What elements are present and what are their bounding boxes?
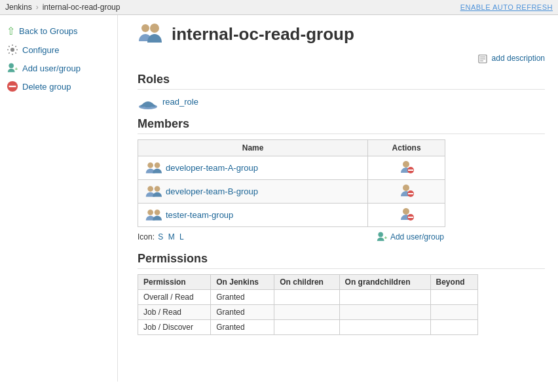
members-col-actions: Actions xyxy=(368,139,445,156)
icon-size-selector: Icon: S M L xyxy=(138,232,185,241)
permission-row: Job / DiscoverGranted xyxy=(138,319,478,334)
svg-point-15 xyxy=(403,161,409,168)
member-name-cell: tester-team-group xyxy=(138,203,368,226)
sidebar-item-delete-group[interactable]: Delete group xyxy=(0,77,117,96)
add-user-group-link[interactable]: Add user/group xyxy=(22,63,81,73)
add-user-bottom-icon: + xyxy=(376,231,388,243)
svg-point-13 xyxy=(147,162,153,168)
members-col-name: Name xyxy=(138,139,368,156)
table-row: developer-team-A-group xyxy=(138,156,445,179)
permissions-section: Permissions Permission On Jenkins On chi… xyxy=(138,252,545,335)
permission-row: Job / ReadGranted xyxy=(138,304,478,319)
arrow-up-icon: ⇧ xyxy=(7,25,15,37)
svg-point-14 xyxy=(155,162,160,168)
icon-size-row: Icon: S M L + Add user/group xyxy=(138,231,445,243)
svg-point-1 xyxy=(9,63,14,68)
remove-member-icon[interactable] xyxy=(400,160,414,174)
svg-point-28 xyxy=(379,232,383,236)
roles-row: read_role xyxy=(138,95,545,109)
member-group-icon xyxy=(145,207,162,222)
svg-point-6 xyxy=(150,24,159,33)
perm-cell-beyond xyxy=(430,304,477,319)
role-hat-icon xyxy=(138,95,158,109)
roles-section: Roles read_role xyxy=(138,73,545,109)
breadcrumb-root[interactable]: Jenkins xyxy=(5,3,32,12)
perm-col-permission: Permission xyxy=(138,274,211,289)
member-actions-cell xyxy=(368,203,445,226)
perm-cell-on_grandchildren xyxy=(339,289,430,304)
breadcrumb-separator: › xyxy=(36,3,39,12)
perm-cell-permission: Job / Discover xyxy=(138,319,211,334)
icon-size-l[interactable]: L xyxy=(179,232,184,241)
delete-group-link[interactable]: Delete group xyxy=(22,82,71,92)
svg-text:+: + xyxy=(15,66,18,72)
perm-cell-on_jenkins: Granted xyxy=(211,319,274,334)
roles-header: Roles xyxy=(138,73,545,90)
perm-cell-on_children xyxy=(274,304,339,319)
page-title: internal-oc-read-group xyxy=(172,24,354,45)
icon-size-m[interactable]: M xyxy=(168,232,175,241)
table-row: developer-team-B-group xyxy=(138,179,445,203)
members-table: Name Actions developer-team-A-group deve… xyxy=(138,139,445,227)
description-icon xyxy=(478,54,487,63)
main-content: internal-oc-read-group add description R… xyxy=(118,15,558,382)
top-bar: Jenkins › internal-oc-read-group ENABLE … xyxy=(0,0,558,15)
member-name-cell: developer-team-B-group xyxy=(138,179,368,203)
member-group-icon xyxy=(145,160,162,175)
perm-col-on-grandchildren: On grandchildren xyxy=(339,274,430,289)
add-user-icon: + xyxy=(7,62,18,74)
permission-row: Overall / ReadGranted xyxy=(138,289,478,304)
permissions-table: Permission On Jenkins On children On gra… xyxy=(138,274,478,335)
icon-size-s[interactable]: S xyxy=(158,232,163,241)
perm-col-on-children: On children xyxy=(274,274,339,289)
perm-col-on-jenkins: On Jenkins xyxy=(211,274,274,289)
add-user-bottom-label: Add user/group xyxy=(390,232,444,241)
add-description-link[interactable]: add description xyxy=(492,54,545,63)
member-name-cell: developer-team-A-group xyxy=(138,156,368,179)
sidebar-item-configure[interactable]: Configure xyxy=(0,41,117,59)
perm-cell-beyond xyxy=(430,289,477,304)
perm-cell-on_grandchildren xyxy=(339,319,430,334)
remove-member-icon[interactable] xyxy=(400,183,414,198)
group-icon-large xyxy=(138,22,165,46)
enable-auto-refresh-link[interactable]: ENABLE AUTO REFRESH xyxy=(460,3,553,11)
svg-point-0 xyxy=(10,48,14,52)
add-user-group-bottom-link[interactable]: + Add user/group xyxy=(376,231,444,243)
member-actions-cell xyxy=(368,156,445,179)
sidebar: ⇧ Back to Groups Configure + Add user/gr… xyxy=(0,15,118,382)
members-header: Members xyxy=(138,117,545,134)
svg-point-20 xyxy=(403,185,409,191)
member-link[interactable]: developer-team-A-group xyxy=(166,163,258,173)
member-link[interactable]: developer-team-B-group xyxy=(166,187,258,196)
gear-icon xyxy=(7,44,18,56)
read-role-link[interactable]: read_role xyxy=(162,97,198,107)
svg-point-18 xyxy=(147,186,153,192)
perm-cell-permission: Job / Read xyxy=(138,304,211,319)
perm-cell-on_children xyxy=(274,289,339,304)
breadcrumb: Jenkins › internal-oc-read-group xyxy=(5,3,120,12)
perm-cell-beyond xyxy=(430,319,477,334)
perm-col-beyond: Beyond xyxy=(430,274,477,289)
back-to-groups-link[interactable]: Back to Groups xyxy=(19,26,78,36)
remove-member-icon[interactable] xyxy=(400,207,414,221)
svg-point-5 xyxy=(141,24,149,32)
sidebar-item-add-user-group[interactable]: + Add user/group xyxy=(0,59,117,77)
svg-text:+: + xyxy=(384,234,388,240)
member-link[interactable]: tester-team-group xyxy=(166,210,233,220)
perm-cell-permission: Overall / Read xyxy=(138,289,211,304)
delete-icon xyxy=(7,80,18,92)
configure-link[interactable]: Configure xyxy=(22,45,59,55)
add-description-row: add description xyxy=(138,53,545,63)
svg-rect-12 xyxy=(145,104,151,107)
table-row: tester-team-group xyxy=(138,203,445,226)
main-layout: ⇧ Back to Groups Configure + Add user/gr… xyxy=(0,15,558,382)
sidebar-item-back-to-groups[interactable]: ⇧ Back to Groups xyxy=(0,22,117,41)
svg-point-23 xyxy=(147,209,153,215)
member-actions-cell xyxy=(368,179,445,203)
perm-cell-on_grandchildren xyxy=(339,304,430,319)
breadcrumb-current: internal-oc-read-group xyxy=(43,3,121,12)
member-group-icon xyxy=(145,184,162,198)
perm-cell-on_jenkins: Granted xyxy=(211,289,274,304)
svg-point-19 xyxy=(155,186,160,192)
icon-label: Icon: xyxy=(138,232,155,241)
